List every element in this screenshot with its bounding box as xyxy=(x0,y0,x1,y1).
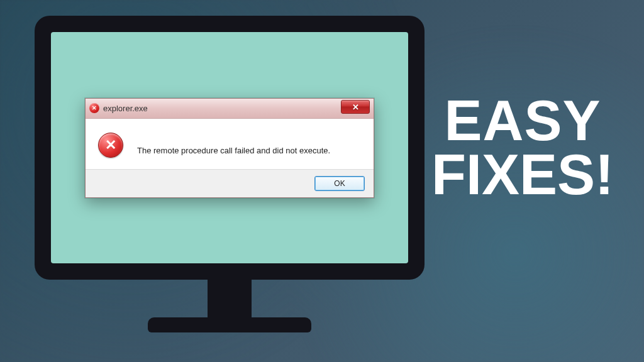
monitor-base xyxy=(148,317,311,332)
dialog-title: explorer.exe xyxy=(103,104,341,113)
headline-text: EASY FIXES! xyxy=(431,94,614,202)
dialog-titlebar[interactable]: explorer.exe ✕ xyxy=(86,99,374,119)
error-icon: ✕ xyxy=(98,133,123,158)
ok-button[interactable]: OK xyxy=(314,176,365,191)
close-icon: ✕ xyxy=(352,102,359,112)
monitor-screen: explorer.exe ✕ ✕ The remote procedure ca… xyxy=(51,32,408,263)
dialog-body: ✕ The remote procedure call failed and d… xyxy=(86,119,374,169)
monitor-illustration: explorer.exe ✕ ✕ The remote procedure ca… xyxy=(35,16,425,346)
ok-button-label: OK xyxy=(334,179,345,188)
error-dialog: explorer.exe ✕ ✕ The remote procedure ca… xyxy=(85,98,374,198)
headline-line1: EASY xyxy=(431,94,614,148)
dialog-footer: OK xyxy=(86,169,374,197)
monitor-bezel: explorer.exe ✕ ✕ The remote procedure ca… xyxy=(35,16,425,280)
error-small-icon xyxy=(89,103,99,113)
monitor-neck xyxy=(208,280,252,317)
headline-line2: FIXES! xyxy=(431,148,614,202)
dialog-message: The remote procedure call failed and did… xyxy=(137,134,330,155)
close-button[interactable]: ✕ xyxy=(341,100,370,114)
